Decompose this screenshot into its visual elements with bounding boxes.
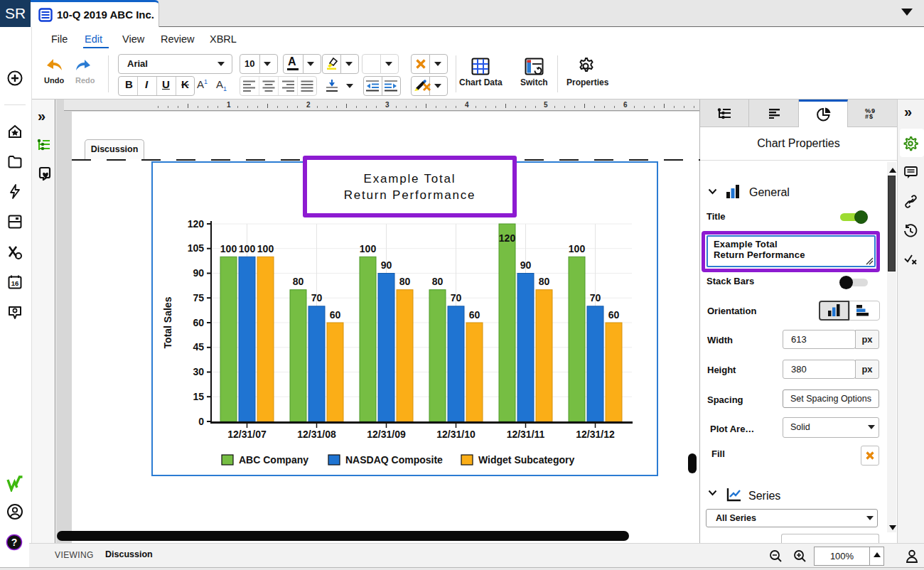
svg-text:100: 100 <box>360 243 377 254</box>
svg-text:ABC Company: ABC Company <box>239 454 308 466</box>
svg-text:120: 120 <box>499 232 516 244</box>
svg-text:60: 60 <box>469 309 480 321</box>
svg-text:100: 100 <box>220 243 237 254</box>
svg-text:12/31/07: 12/31/07 <box>227 429 267 440</box>
svg-text:100: 100 <box>569 243 586 254</box>
svg-text:12/31/11: 12/31/11 <box>507 429 545 440</box>
svg-text:60: 60 <box>330 309 341 321</box>
svg-text:80: 80 <box>539 276 550 287</box>
svg-text:80: 80 <box>399 276 411 287</box>
svg-text:Total Sales: Total Sales <box>162 296 173 348</box>
svg-text:105: 105 <box>188 242 205 254</box>
svg-text:75: 75 <box>193 292 204 303</box>
svg-text:100: 100 <box>239 243 256 254</box>
svg-text:80: 80 <box>432 276 444 287</box>
svg-text:60: 60 <box>608 309 620 321</box>
svg-text:12/31/09: 12/31/09 <box>367 429 406 440</box>
svg-text:Widget Subcategory: Widget Subcategory <box>478 454 574 466</box>
svg-text:30: 30 <box>193 366 204 377</box>
svg-text:NASDAQ Composite: NASDAQ Composite <box>345 454 443 466</box>
svg-text:45: 45 <box>193 341 204 353</box>
svg-text:100: 100 <box>257 243 274 254</box>
svg-text:70: 70 <box>590 292 601 303</box>
svg-text:90: 90 <box>381 259 392 271</box>
svg-text:12/31/10: 12/31/10 <box>436 429 476 440</box>
svg-text:16: 16 <box>11 279 19 287</box>
svg-text:70: 70 <box>451 292 462 303</box>
svg-text:60: 60 <box>193 317 204 328</box>
svg-text:120: 120 <box>188 218 205 230</box>
svg-text:70: 70 <box>311 292 323 303</box>
svg-text:80: 80 <box>293 276 304 287</box>
svg-text:90: 90 <box>193 267 204 279</box>
svg-text:90: 90 <box>520 259 532 271</box>
svg-text:12/31/08: 12/31/08 <box>297 429 336 440</box>
svg-text:15: 15 <box>193 391 204 402</box>
svg-text:0: 0 <box>198 416 204 427</box>
svg-text:12/31/12: 12/31/12 <box>576 429 615 440</box>
